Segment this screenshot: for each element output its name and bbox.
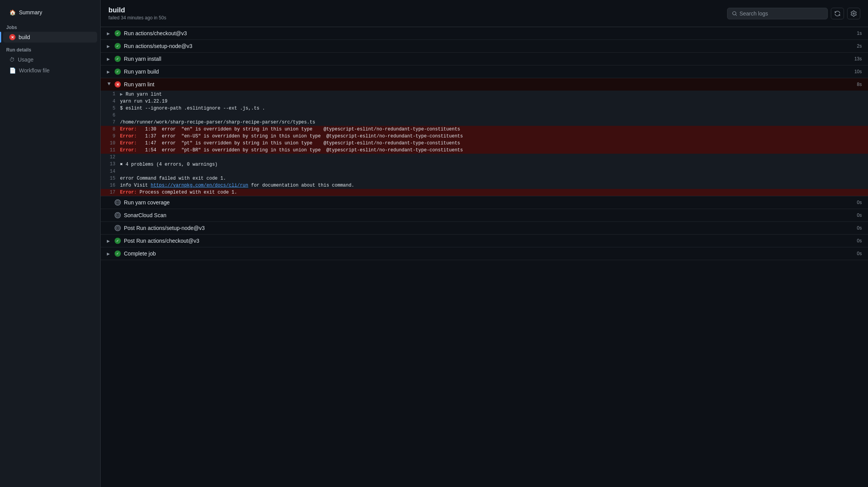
- line-num-4: 4: [101, 98, 120, 105]
- step-sonarcloud[interactable]: ▶ SonarCloud Scan 0s: [101, 209, 868, 222]
- search-box[interactable]: [727, 8, 828, 19]
- step-yarn-coverage[interactable]: ▶ Run yarn coverage 0s: [101, 196, 868, 209]
- line-num-16: 16: [101, 182, 120, 189]
- log-content[interactable]: ▶ ✓ Run actions/checkout@v3 1s ▶ ✓ Run a…: [101, 27, 868, 487]
- line-content-5: $ eslint --ignore-path .eslintignore --e…: [120, 105, 862, 111]
- step-time-setup-node: 2s: [857, 43, 862, 49]
- success-icon-checkout: ✓: [115, 30, 121, 36]
- header-actions: [727, 8, 860, 19]
- log-line-4: 4 yarn run v1.22.19: [101, 98, 868, 105]
- line-num-15: 15: [101, 175, 120, 182]
- chevron-post-checkout: ▶: [107, 239, 112, 243]
- job-label: build: [19, 34, 30, 40]
- settings-button[interactable]: [847, 8, 860, 19]
- chevron-setup-node: ▶: [107, 44, 112, 48]
- run-details-label: Run details: [0, 43, 100, 54]
- main-content: build failed 34 minutes ago in 50s: [101, 0, 868, 487]
- line-num-9: 9: [101, 133, 120, 139]
- step-time-sonarcloud: 0s: [857, 213, 862, 218]
- step-complete-job[interactable]: ▶ ✓ Complete job 0s: [101, 247, 868, 260]
- line-num-14: 14: [101, 168, 120, 175]
- log-line-13: 13 ✖ 4 problems (4 errors, 0 warnings): [101, 161, 868, 168]
- yarn-docs-link[interactable]: https://yarnpkg.com/en/docs/cli/run: [151, 183, 248, 188]
- line-num-11: 11: [101, 147, 120, 153]
- line-content-6: [120, 112, 862, 118]
- step-post-checkout[interactable]: ▶ ✓ Post Run actions/checkout@v3 0s: [101, 235, 868, 247]
- step-name-yarn-coverage: Run yarn coverage: [124, 199, 854, 206]
- step-name-complete-job: Complete job: [124, 250, 854, 257]
- success-icon-complete-job: ✓: [115, 250, 121, 257]
- line-num-7: 7: [101, 119, 120, 125]
- success-icon-setup-node: ✓: [115, 43, 121, 49]
- header-info: build failed 34 minutes ago in 50s: [108, 6, 166, 21]
- sidebar-summary[interactable]: 🏠 Summary: [3, 6, 97, 19]
- step-name-post-checkout: Post Run actions/checkout@v3: [124, 238, 854, 244]
- jobs-section-label: Jobs: [0, 22, 100, 32]
- line-num-5: 5: [101, 105, 120, 111]
- file-icon: 📄: [9, 67, 16, 74]
- skipped-icon-yarn-coverage: [115, 199, 121, 206]
- gear-icon: [851, 10, 857, 17]
- step-name-sonarcloud: SonarCloud Scan: [124, 212, 854, 218]
- sidebar-job-build[interactable]: ✕ build: [3, 32, 97, 43]
- line-content-15: error Command failed with exit code 1.: [120, 175, 862, 182]
- line-content-13: ✖ 4 problems (4 errors, 0 warnings): [120, 161, 862, 168]
- chevron-yarn-build: ▶: [107, 70, 112, 74]
- header-subtitle: failed 34 minutes ago in 50s: [108, 15, 166, 21]
- log-line-10: 10 Error: 1:47 error "pt" is overridden …: [101, 140, 868, 147]
- line-content-10: Error: 1:47 error "pt" is overridden by …: [120, 140, 862, 146]
- chevron-complete-job: ▶: [107, 252, 112, 256]
- page-title: build: [108, 6, 166, 14]
- line-content-8: Error: 1:30 error "en" is overridden by …: [120, 126, 862, 132]
- line-content-9: Error: 1:37 error "en-US" is overridden …: [120, 133, 862, 139]
- step-name-checkout: Run actions/checkout@v3: [124, 30, 854, 36]
- step-yarn-install[interactable]: ▶ ✓ Run yarn install 13s: [101, 53, 868, 65]
- step-name-setup-node: Run actions/setup-node@v3: [124, 43, 854, 49]
- step-name-yarn-install: Run yarn install: [124, 56, 851, 62]
- line-num-6: 6: [101, 112, 120, 118]
- line-num-12: 12: [101, 154, 120, 160]
- header: build failed 34 minutes ago in 50s: [101, 0, 868, 27]
- home-icon: 🏠: [9, 9, 16, 15]
- refresh-button[interactable]: [831, 8, 844, 19]
- line-content-16: info Visit https://yarnpkg.com/en/docs/c…: [120, 182, 862, 189]
- failed-icon: ✕: [9, 34, 15, 40]
- step-yarn-lint[interactable]: ▶ ✕ Run yarn lint 8s: [101, 78, 868, 91]
- line-content-4: yarn run v1.22.19: [120, 98, 862, 105]
- log-line-8: 8 Error: 1:30 error "en" is overridden b…: [101, 126, 868, 133]
- step-name-yarn-build: Run yarn build: [124, 69, 851, 75]
- step-name-post-setup-node: Post Run actions/setup-node@v3: [124, 225, 854, 231]
- refresh-icon: [834, 10, 841, 17]
- line-num-17: 17: [101, 189, 120, 195]
- step-time-yarn-lint: 8s: [857, 82, 862, 87]
- search-input[interactable]: [739, 10, 823, 17]
- sidebar-detail-usage[interactable]: ⏱ Usage: [3, 54, 97, 65]
- line-content-1: ▶ Run yarn lint: [120, 91, 862, 98]
- success-icon-yarn-build: ✓: [115, 69, 121, 75]
- line-content-17: Error: Process completed with exit code …: [120, 189, 862, 195]
- step-post-setup-node[interactable]: ▶ Post Run actions/setup-node@v3 0s: [101, 222, 868, 235]
- step-time-yarn-coverage: 0s: [857, 200, 862, 205]
- success-icon-post-checkout: ✓: [115, 238, 121, 244]
- line-content-7: /home/runner/work/sharp-recipe-parser/sh…: [120, 119, 862, 125]
- step-time-yarn-install: 13s: [854, 56, 862, 62]
- log-line-1: 1 ▶ Run yarn lint: [101, 91, 868, 98]
- sidebar-detail-workflow-file[interactable]: 📄 Workflow file: [3, 65, 97, 76]
- step-name-yarn-lint: Run yarn lint: [124, 81, 854, 87]
- skipped-icon-post-setup-node: [115, 225, 121, 231]
- log-line-15: 15 error Command failed with exit code 1…: [101, 175, 868, 182]
- line-num-10: 10: [101, 140, 120, 146]
- lint-log-lines: 1 ▶ Run yarn lint 4 yarn run v1.22.19 5 …: [101, 91, 868, 196]
- failed-icon-yarn-lint: ✕: [115, 81, 121, 87]
- step-yarn-build[interactable]: ▶ ✓ Run yarn build 10s: [101, 65, 868, 78]
- log-line-14: 14: [101, 168, 868, 175]
- workflow-file-label: Workflow file: [19, 67, 50, 74]
- sidebar: 🏠 Summary Jobs ✕ build Run details ⏱ Usa…: [0, 0, 101, 487]
- step-time-post-setup-node: 0s: [857, 225, 862, 231]
- step-time-yarn-build: 10s: [854, 69, 862, 74]
- step-checkout[interactable]: ▶ ✓ Run actions/checkout@v3 1s: [101, 27, 868, 40]
- step-time-complete-job: 0s: [857, 251, 862, 256]
- line-content-11: Error: 1:54 error "pt-BR" is overridden …: [120, 147, 862, 153]
- step-setup-node[interactable]: ▶ ✓ Run actions/setup-node@v3 2s: [101, 40, 868, 53]
- success-icon-yarn-install: ✓: [115, 56, 121, 62]
